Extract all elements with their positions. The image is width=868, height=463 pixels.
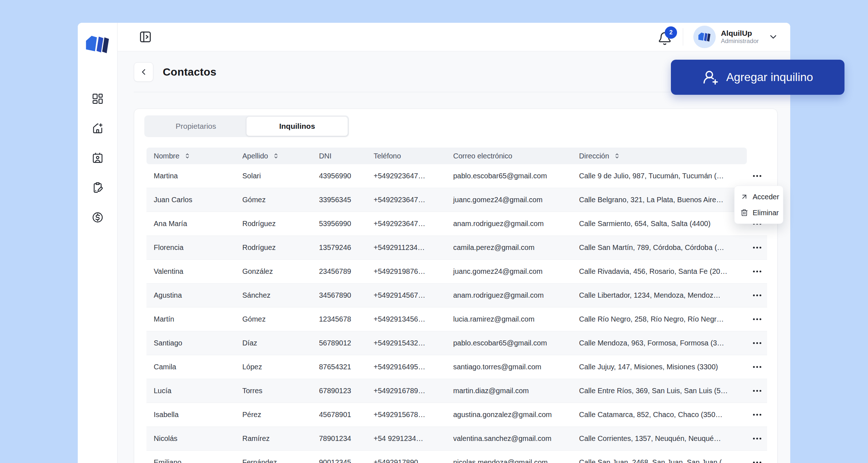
topbar: 2 AlquilUp Administrador — [118, 23, 790, 51]
row-actions-button[interactable] — [751, 267, 763, 276]
tab-propietarios[interactable]: Propietarios — [145, 116, 246, 136]
row-actions-button[interactable] — [751, 434, 763, 443]
row-actions-button[interactable] — [751, 315, 763, 324]
main-area: 2 AlquilUp Administrador — [118, 23, 790, 463]
menu-item-acceder[interactable]: Acceder — [735, 189, 783, 205]
column-label: Teléfono — [374, 152, 401, 160]
cell-direccion: Calle San Martín, 789, Córdoba, Córdoba … — [579, 243, 747, 252]
sidebar-item-payments[interactable] — [90, 210, 105, 225]
cell-direccion: Calle Sarmiento, 654, Salta, Salta (4400… — [579, 220, 747, 228]
row-actions-button[interactable] — [751, 362, 763, 371]
notification-badge: 2 — [665, 26, 677, 39]
row-actions-button[interactable] — [751, 339, 763, 348]
sidebar — [78, 23, 118, 463]
cell-dni: 12345678 — [310, 315, 362, 323]
cell-direccion: Calle Catamarca, 852, Chaco, Chaco (350… — [579, 411, 747, 419]
table-row: Martina Solari 43956990 +5492923647521 p… — [146, 164, 767, 188]
cell-telefono: +5492923647521 — [362, 220, 427, 228]
sidebar-item-add-property[interactable] — [90, 121, 105, 136]
sort-icon[interactable] — [613, 152, 621, 160]
alquilup-logo-icon — [85, 35, 110, 54]
row-actions-button[interactable] — [751, 410, 763, 419]
row-actions-button[interactable] — [751, 171, 763, 180]
cell-dni: 53956990 — [310, 220, 362, 228]
tenants-table: Nombre Apellido DNI Teléfono Correo elec… — [146, 148, 767, 463]
cell-telefono: +5492919876542 — [362, 267, 427, 276]
cell-telefono: +5492915678902 — [362, 411, 427, 419]
cell-direccion: Calle Río Negro, 258, Río Negro, Río Neg… — [579, 315, 747, 323]
account-name: AlquilUp — [721, 29, 759, 38]
cell-apellido: Fernández — [235, 458, 310, 463]
column-label: Apellido — [242, 152, 268, 160]
cell-apellido: Díaz — [235, 339, 310, 347]
cell-telefono: +5492923647521 — [362, 196, 427, 204]
column-header[interactable]: Dirección — [579, 152, 747, 160]
add-tenant-button[interactable]: Agregar inquilino — [671, 60, 844, 95]
column-header[interactable]: Correo electrónico — [427, 152, 579, 160]
cell-dni: 90012345 — [310, 458, 362, 463]
cell-direccion: Calle Libertador, 1234, Mendoza, Mendoz… — [579, 291, 747, 300]
sort-icon[interactable] — [184, 152, 191, 160]
cell-correo: lucia.ramirez@gmail.com — [427, 315, 579, 323]
tab-inquilinos[interactable]: Inquilinos — [246, 116, 348, 136]
page-title: Contactos — [163, 66, 216, 78]
cell-telefono: +5492916495476 — [362, 363, 427, 371]
column-header[interactable]: Nombre — [146, 152, 235, 160]
column-label: Nombre — [154, 152, 179, 160]
back-button[interactable] — [134, 62, 153, 82]
column-header[interactable]: DNI — [310, 152, 362, 160]
column-label: Correo electrónico — [453, 152, 512, 160]
cell-apellido: Rodríguez — [235, 243, 310, 252]
cell-nombre: Juan Carlos — [146, 196, 235, 204]
contacts-card: Propietarios Inquilinos Nombre Apellido … — [134, 109, 778, 463]
avatar — [693, 26, 716, 48]
sort-icon[interactable] — [272, 152, 280, 160]
cell-correo: pablo.escobar65@gmail.com — [427, 339, 579, 347]
cell-nombre: Nicolás — [146, 434, 235, 443]
sidebar-toggle-button[interactable] — [139, 30, 153, 44]
cell-correo: camila.perez@gmail.com — [427, 243, 579, 252]
column-header[interactable]: Apellido — [235, 152, 310, 160]
contacts-icon — [92, 152, 104, 164]
column-header[interactable]: Teléfono — [362, 152, 427, 160]
menu-item-eliminar[interactable]: Eliminar — [735, 205, 783, 221]
row-actions-button[interactable] — [751, 386, 763, 395]
row-actions-button[interactable] — [751, 243, 763, 252]
row-actions-button[interactable] — [751, 458, 763, 463]
cell-telefono: +5492913456790 — [362, 315, 427, 323]
contracts-icon — [92, 182, 104, 194]
cell-apellido: Gómez — [235, 315, 310, 323]
cell-correo: valentina.sanchez@gmail.com — [427, 434, 579, 443]
notifications-button[interactable]: 2 — [658, 29, 673, 45]
cell-nombre: Isabella — [146, 411, 235, 419]
account-role: Administrador — [721, 38, 759, 45]
cell-apellido: Torres — [235, 387, 310, 395]
account-menu[interactable]: AlquilUp Administrador — [693, 26, 778, 48]
cell-dni: 87654321 — [310, 363, 362, 371]
payments-icon — [92, 211, 104, 224]
sidebar-nav — [90, 92, 105, 225]
cell-correo: anam.rodriguez@gmail.com — [427, 220, 579, 228]
cell-dni: 23456789 — [310, 267, 362, 276]
sidebar-item-contracts[interactable] — [90, 180, 105, 195]
cell-nombre: Santiago — [146, 339, 235, 347]
cell-telefono: +5492911234568 — [362, 243, 427, 252]
cell-nombre: Emiliano — [146, 458, 235, 463]
cell-telefono: +5492915432168 — [362, 339, 427, 347]
cell-apellido: Rodríguez — [235, 220, 310, 228]
cell-telefono: +5492917890124 — [362, 458, 427, 463]
chevron-left-icon — [139, 67, 148, 77]
cell-correo: pablo.escobar65@gmail.com — [427, 172, 579, 180]
sidebar-item-contacts[interactable] — [90, 151, 105, 165]
table-body: Martina Solari 43956990 +5492923647521 p… — [146, 164, 767, 463]
account-text: AlquilUp Administrador — [721, 29, 759, 45]
cell-apellido: Solari — [235, 172, 310, 180]
table-row: Isabella Pérez 45678901 +5492915678902 a… — [146, 403, 767, 427]
cell-dni: 43956990 — [310, 172, 362, 180]
topbar-divider — [683, 28, 683, 46]
row-actions-button[interactable] — [751, 291, 763, 300]
cell-direccion: Calle Mendoza, 963, Formosa, Formosa (3… — [579, 339, 747, 347]
cell-nombre: Ana María — [146, 220, 235, 228]
sidebar-item-dashboard[interactable] — [90, 92, 105, 106]
cell-nombre: Martín — [146, 315, 235, 323]
